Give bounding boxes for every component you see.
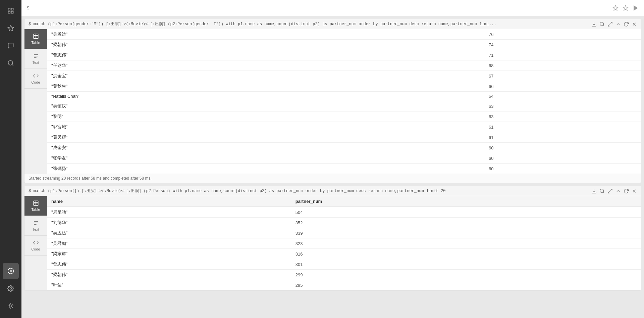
svg-point-30 [600, 189, 604, 193]
collapse-icon-1[interactable] [615, 21, 621, 27]
result-query-2: $ match (p1:Person{})-[:出演]->(:Movie)<-[… [29, 188, 589, 194]
star-action-icon[interactable] [612, 5, 619, 11]
cell-name: "吴孟达" [47, 228, 291, 238]
table-row: "曾志伟"71 [47, 50, 641, 60]
tab-code-2[interactable]: Code [24, 236, 47, 256]
table-header-2: name partner_num [47, 196, 641, 207]
table-row: "张学友"60 [47, 153, 641, 164]
cell-name: "黎明" [47, 111, 485, 122]
refresh-icon-2[interactable] [624, 188, 629, 194]
cell-name: "郭富城" [47, 122, 485, 132]
svg-marker-4 [8, 26, 14, 31]
tab-code-label-2: Code [31, 247, 40, 251]
table-row: "张镳扬"60 [47, 164, 641, 174]
table-row: "成奎安"60 [47, 143, 641, 153]
play-action-icon[interactable] [633, 5, 639, 11]
cell-name: "葛民辉" [47, 132, 485, 143]
expand-icon-1[interactable] [607, 21, 613, 27]
cell-name: "曾志伟" [47, 50, 485, 60]
data-table-container-2[interactable]: name partner_num "周星驰"504"刘德华"352"吴孟达"33… [47, 196, 641, 290]
cell-value: 301 [291, 259, 641, 270]
sidebar-item-plugin[interactable] [3, 298, 19, 314]
cell-value: 71 [485, 50, 641, 60]
cell-value: 60 [485, 143, 641, 153]
expand-icon-2[interactable] [607, 188, 613, 194]
cell-name: "曾志伟" [47, 259, 291, 270]
svg-point-11 [10, 305, 12, 307]
result-header-actions-1 [591, 21, 637, 27]
table-row: "吴镇汉"63 [47, 101, 641, 111]
table-row: "梁朝伟"299 [47, 270, 641, 280]
svg-marker-13 [623, 5, 628, 10]
table-row: "黎明"63 [47, 111, 641, 122]
svg-point-5 [8, 61, 13, 65]
collapse-icon-2[interactable] [615, 188, 621, 194]
sidebar [0, 0, 21, 318]
cell-name: "梁家辉" [47, 249, 291, 259]
cell-value: 299 [291, 270, 641, 280]
cell-value: 64 [485, 92, 641, 101]
cell-name: "洪金宝" [47, 71, 485, 81]
search-icon-1[interactable] [599, 21, 605, 27]
svg-rect-2 [8, 11, 10, 13]
tab-code-1[interactable]: Code [24, 69, 47, 89]
svg-point-16 [600, 22, 604, 26]
table-row: "叶达"295 [47, 280, 641, 290]
sidebar-item-star[interactable] [3, 20, 19, 36]
cell-name: "吴孟达" [47, 29, 485, 40]
tab-text-label-2: Text [32, 227, 39, 231]
cell-name: "Natalis Chan" [47, 92, 485, 101]
close-icon-1[interactable] [632, 21, 637, 27]
sidebar-item-settings[interactable] [3, 280, 19, 297]
svg-line-18 [610, 22, 612, 24]
sidebar-item-grid[interactable] [3, 3, 19, 19]
cell-value: 316 [291, 249, 641, 259]
sidebar-item-search[interactable] [3, 55, 19, 71]
cell-value: 323 [291, 238, 641, 249]
svg-rect-36 [34, 201, 38, 206]
svg-rect-3 [11, 11, 13, 13]
sidebar-item-chat[interactable] [3, 38, 19, 54]
search-icon-2[interactable] [599, 188, 605, 194]
tab-table-1[interactable]: table [24, 29, 47, 49]
download-icon-1[interactable] [591, 21, 597, 27]
result-tabs-1: table Text [24, 29, 47, 174]
cell-value: 67 [485, 71, 641, 81]
result-header-2: $ match (p1:Person{})-[:出演]->(:Movie)<-[… [24, 186, 641, 196]
table-row: "周星驰"504 [47, 207, 641, 218]
cell-name: "刘德华" [47, 218, 291, 228]
download-icon-2[interactable] [591, 188, 597, 194]
cell-value: 63 [485, 111, 641, 122]
svg-point-10 [10, 288, 12, 289]
svg-rect-0 [8, 8, 10, 10]
tab-table-label-1: table [31, 41, 40, 45]
cell-name: "梁朝伟" [47, 270, 291, 280]
data-table-container-1[interactable]: "吴孟达"76"梁朝伟"74"曾志伟"71"任达华"68"洪金宝"67"黄秋生"… [47, 29, 641, 174]
top-bar [21, 0, 644, 16]
tab-table-2[interactable]: Table [24, 196, 47, 216]
table-row: "葛民辉"61 [47, 132, 641, 143]
cell-value: 352 [291, 218, 641, 228]
result-panel-2: $ match (p1:Person{})-[:出演]->(:Movie)<-[… [24, 186, 641, 291]
cell-name: "张学友" [47, 153, 485, 164]
cell-name: "叶达" [47, 280, 291, 290]
bookmark-action-icon[interactable] [623, 5, 629, 11]
table-row: "洪金宝"67 [47, 71, 641, 81]
close-icon-2[interactable] [632, 188, 637, 194]
result-status-1: Started streaming 20 records after 58 ms… [24, 174, 641, 183]
cell-value: 61 [485, 132, 641, 143]
query-input[interactable] [27, 5, 612, 10]
cell-name: "梁朝伟" [47, 40, 485, 50]
table-row: "Natalis Chan"64 [47, 92, 641, 101]
cell-name: "成奎安" [47, 143, 485, 153]
data-table-1: "吴孟达"76"梁朝伟"74"曾志伟"71"任达华"68"洪金宝"67"黄秋生"… [47, 29, 641, 174]
col-partnernum-header: partner_num [291, 196, 641, 207]
tab-text-1[interactable]: Text [24, 49, 47, 69]
table-row: "吴君如"323 [47, 238, 641, 249]
svg-line-19 [608, 25, 610, 26]
top-bar-actions [612, 5, 639, 11]
sidebar-item-error[interactable] [3, 263, 19, 279]
tab-text-label-1: Text [32, 60, 39, 64]
refresh-icon-1[interactable] [624, 21, 629, 27]
tab-text-2[interactable]: Text [24, 216, 47, 236]
